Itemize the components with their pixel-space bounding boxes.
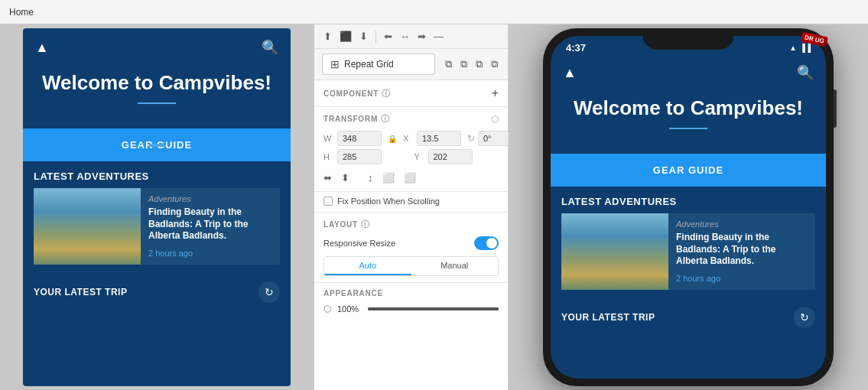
copy-icons-group: ⧉ ⧉ ⧉ ⧉ bbox=[443, 57, 500, 72]
transform-info-icon: ⓘ bbox=[381, 113, 390, 125]
right-panel: DR UG 4:37 ▲ ▐▐ ▲ 🔍 Welcome to Cam bbox=[509, 24, 868, 390]
top-bar: Home bbox=[0, 0, 868, 24]
appearance-section: APPEARANCE ⬡ 100% bbox=[314, 283, 508, 320]
phone-side-button bbox=[834, 89, 837, 128]
adventure-headline-right: Finding Beauty in the Badlands: A Trip t… bbox=[676, 232, 808, 268]
align-middle-v-icon[interactable]: ⬛ bbox=[338, 29, 353, 44]
search-icon-left: 🔍 bbox=[262, 39, 278, 56]
component-add-icon[interactable]: + bbox=[492, 86, 499, 100]
transform-icons-row: ⬌ ⬍ ↕ ⬜ ⬜ bbox=[323, 167, 499, 185]
align-right-icon[interactable]: ➡ bbox=[416, 29, 427, 44]
toolbar-align-row: ⬆ ⬛ ⬇ ⬅ ↔ ➡ — bbox=[314, 24, 508, 49]
search-icon-right: 🔍 bbox=[797, 64, 814, 81]
manual-option[interactable]: Manual bbox=[411, 257, 499, 275]
x-label: X bbox=[403, 134, 414, 143]
align-top-icon[interactable]: ⬆ bbox=[322, 29, 333, 44]
adventure-category-left: Adventures bbox=[148, 194, 272, 203]
adventure-image-left bbox=[34, 188, 141, 265]
opacity-row: ⬡ 100% bbox=[323, 304, 499, 314]
lock-icon[interactable]: 🔒 bbox=[388, 135, 397, 143]
y-input[interactable] bbox=[428, 149, 473, 164]
transform-label: TRANSFORM ⓘ bbox=[323, 113, 390, 125]
hero-section-left: Welcome to Campvibes! bbox=[23, 63, 291, 128]
copy-icon-2[interactable]: ⧉ bbox=[458, 57, 470, 72]
breadcrumb: Home bbox=[9, 7, 34, 18]
opacity-slider[interactable] bbox=[368, 307, 499, 310]
resize-options: Auto Manual bbox=[323, 256, 499, 276]
phone-header-right: ▲ 🔍 bbox=[551, 54, 826, 89]
distribute-icon[interactable]: — bbox=[432, 29, 445, 44]
your-trip-label-left: YOUR LATEST TRIP bbox=[34, 287, 127, 297]
your-trip-bar-left: YOUR LATEST TRIP ↻ bbox=[23, 272, 291, 312]
align-bottom-icon[interactable]: ⬇ bbox=[358, 29, 369, 44]
layout-section: LAYOUT ⓘ Responsive Resize Auto Manual bbox=[314, 213, 508, 283]
y-field: Y bbox=[414, 149, 499, 164]
adventure-headline-left: Finding Beauty in the Badlands: A Trip t… bbox=[148, 206, 272, 242]
adventure-image-right bbox=[561, 213, 668, 290]
flip-v-icon[interactable]: ⬍ bbox=[341, 172, 349, 184]
your-trip-bar-right: YOUR LATEST TRIP ↻ bbox=[551, 297, 826, 337]
component-row: COMPONENT ⓘ + bbox=[314, 80, 508, 107]
x-input[interactable] bbox=[417, 131, 461, 146]
layout-info-icon: ⓘ bbox=[361, 219, 370, 230]
copy-icon-1[interactable]: ⧉ bbox=[443, 57, 454, 72]
adventure-card-right: Adventures Finding Beauty in the Badland… bbox=[561, 213, 815, 290]
rotation-input[interactable] bbox=[478, 131, 509, 146]
opacity-value: 100% bbox=[337, 304, 362, 314]
fix-position-checkbox[interactable] bbox=[323, 197, 333, 206]
logo-icon-right: ▲ bbox=[563, 65, 577, 81]
transform-3d-icon[interactable]: ⬡ bbox=[491, 114, 499, 125]
adventure-text-left: Adventures Finding Beauty in the Badland… bbox=[141, 188, 280, 265]
transform-wx-row: W 🔒 X ↻ bbox=[323, 131, 499, 146]
cta-button-left[interactable]: GEAR GUIDE bbox=[23, 128, 291, 161]
auto-option[interactable]: Auto bbox=[324, 257, 411, 275]
toolbar-divider-1 bbox=[375, 31, 376, 43]
cta-label-right: GEAR GUIDE bbox=[653, 164, 723, 176]
width-field: W bbox=[323, 131, 382, 146]
hero-divider-right bbox=[669, 128, 707, 129]
flip-h-icon[interactable]: ⬌ bbox=[323, 172, 332, 184]
align-left-icon[interactable]: ⬅ bbox=[382, 29, 394, 44]
your-trip-label-right: YOUR LATEST TRIP bbox=[561, 312, 655, 323]
component-label: COMPONENT ⓘ bbox=[323, 88, 391, 99]
hero-section-right: Welcome to Campvibes! bbox=[551, 89, 826, 154]
section-title-left: LATEST ADVENTURES bbox=[23, 161, 291, 188]
responsive-resize-row: Responsive Resize bbox=[323, 236, 499, 250]
copy-icon-4[interactable]: ⧉ bbox=[489, 57, 500, 72]
fix-position-label: Fix Position When Scrolling bbox=[337, 197, 440, 206]
status-time: 4:37 bbox=[566, 42, 586, 54]
constrain-icon[interactable]: ↕ bbox=[368, 172, 373, 184]
phone-header-left: ▲ 🔍 bbox=[23, 28, 291, 63]
layout-label: LAYOUT ⓘ bbox=[323, 219, 370, 230]
repeat-grid-button[interactable]: ⊞ Repeat Grid bbox=[322, 54, 435, 75]
cta-button-right[interactable]: GEAR GUIDE bbox=[551, 154, 826, 187]
appearance-label: APPEARANCE bbox=[323, 289, 499, 297]
y-label: Y bbox=[414, 152, 425, 161]
repeat-grid-icon: ⊞ bbox=[330, 58, 340, 70]
width-input[interactable] bbox=[337, 131, 382, 146]
transform-hy-row: H Y bbox=[323, 149, 499, 164]
responsive-icon[interactable]: ⬜ bbox=[404, 172, 416, 184]
adventure-card-left: Adventures Finding Beauty in the Badland… bbox=[34, 188, 280, 265]
height-input[interactable] bbox=[337, 149, 382, 164]
your-trip-icon-right: ↻ bbox=[794, 307, 815, 328]
transform-section: TRANSFORM ⓘ ⬡ W 🔒 X ↻ bbox=[314, 107, 508, 192]
align-center-h-icon[interactable]: ↔ bbox=[398, 29, 411, 44]
adventure-time-left: 2 hours ago bbox=[148, 249, 272, 258]
logo-icon-left: ▲ bbox=[35, 40, 49, 56]
rotate-icon[interactable]: ↻ bbox=[467, 133, 475, 144]
your-trip-icon-left: ↻ bbox=[258, 281, 280, 303]
phone-mockup: DR UG 4:37 ▲ ▐▐ ▲ 🔍 Welcome to Cam bbox=[543, 28, 834, 386]
responsive-toggle[interactable] bbox=[474, 236, 499, 250]
cta-indicator-left bbox=[149, 144, 164, 147]
phone-notch bbox=[642, 28, 734, 50]
layout-header: LAYOUT ⓘ bbox=[323, 219, 499, 230]
adventure-category-right: Adventures bbox=[676, 219, 808, 229]
copy-icon-3[interactable]: ⧉ bbox=[473, 57, 485, 72]
phone-screen: 4:37 ▲ ▐▐ ▲ 🔍 Welcome to Campvibes! bbox=[551, 36, 826, 379]
toggle-knob bbox=[486, 238, 497, 249]
middle-panel: ⬆ ⬛ ⬇ ⬅ ↔ ➡ — ⊞ Repeat Grid ⧉ ⧉ ⧉ ⧉ bbox=[314, 24, 509, 390]
hero-title-left: Welcome to Campvibes! bbox=[41, 71, 272, 95]
align-v-center-icon[interactable]: ⬜ bbox=[382, 172, 395, 184]
opacity-slider-fill bbox=[368, 307, 499, 310]
